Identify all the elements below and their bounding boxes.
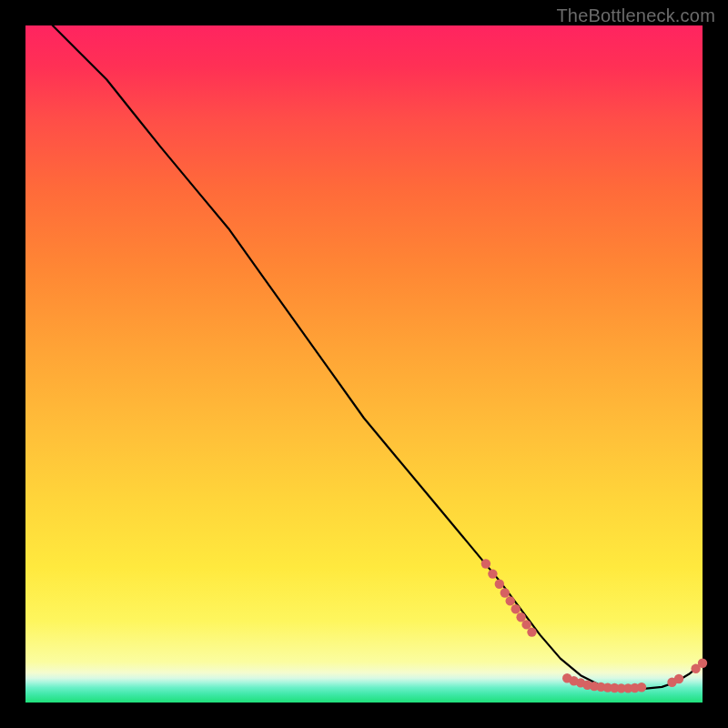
- marker-dot: [527, 627, 536, 636]
- chart-plot-area: [25, 25, 703, 703]
- chart-stage: TheBottleneck.com: [0, 0, 728, 728]
- marker-dot: [506, 596, 515, 605]
- marker-dot: [637, 682, 646, 692]
- chart-svg: [25, 25, 703, 703]
- marker-dot: [698, 659, 707, 668]
- marker-dot: [674, 674, 683, 683]
- watermark-text: TheBottleneck.com: [556, 5, 715, 26]
- marker-dot: [495, 580, 504, 589]
- marker-dot: [481, 559, 490, 568]
- curve-markers: [481, 559, 708, 693]
- marker-dot: [488, 569, 497, 578]
- marker-dot: [500, 588, 510, 597]
- marker-dot: [511, 604, 521, 613]
- bottleneck-curve: [53, 25, 703, 689]
